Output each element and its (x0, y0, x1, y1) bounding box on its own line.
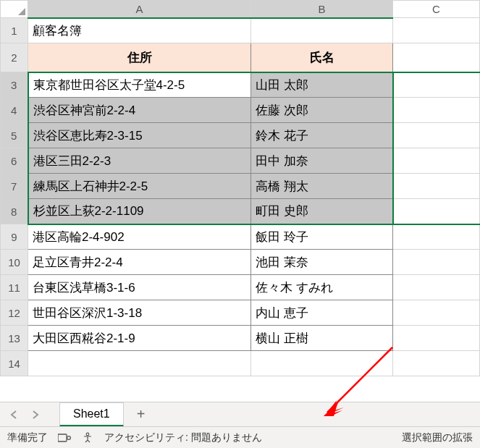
row-header-3[interactable]: 3 (1, 72, 28, 98)
cell-b3[interactable]: 山田 太郎 (251, 72, 393, 98)
row-header-14[interactable]: 14 (1, 351, 28, 376)
cell-c3[interactable] (393, 72, 480, 98)
status-bar: 準備完了 アクセシビリティ: 問題ありません 選択範囲の拡張 (0, 426, 480, 448)
svg-rect-0 (58, 434, 67, 441)
status-ready: 準備完了 (7, 431, 48, 444)
cell-c14[interactable] (393, 351, 480, 376)
accessibility-icon[interactable] (81, 431, 94, 444)
cell-a5[interactable]: 渋谷区恵比寿2-3-15 (28, 123, 251, 148)
cell-a12[interactable]: 世田谷区深沢1-3-18 (28, 300, 251, 326)
cell-c7[interactable] (393, 174, 480, 199)
cell-b6[interactable]: 田中 加奈 (251, 148, 393, 174)
cell-a9[interactable]: 港区高輪2-4-902 (28, 224, 251, 250)
row-header-5[interactable]: 5 (1, 123, 28, 148)
cell-a3[interactable]: 東京都世田谷区太子堂4-2-5 (28, 72, 251, 98)
cell-a11[interactable]: 台東区浅草橋3-1-6 (28, 275, 251, 300)
sheet-tab-active[interactable]: Sheet1 (59, 402, 124, 427)
chevron-right-icon (32, 410, 39, 419)
cell-c9[interactable] (393, 224, 480, 250)
macro-record-icon[interactable] (58, 431, 71, 444)
cell-a14[interactable] (28, 351, 251, 376)
row-header-1[interactable]: 1 (1, 18, 28, 43)
col-header-a[interactable]: A (28, 1, 251, 18)
add-sheet-button[interactable]: + (130, 406, 153, 423)
row-header-8[interactable]: 8 (1, 199, 28, 224)
status-extend-selection: 選択範囲の拡張 (402, 431, 473, 444)
col-header-b[interactable]: B (251, 1, 393, 18)
cell-b10[interactable]: 池田 茉奈 (251, 250, 393, 275)
row-header-12[interactable]: 12 (1, 300, 28, 326)
cell-a7[interactable]: 練馬区上石神井2-2-5 (28, 174, 251, 199)
cell-a6[interactable]: 港区三田2-2-3 (28, 148, 251, 174)
cell-a10[interactable]: 足立区青井2-2-4 (28, 250, 251, 275)
cell-c5[interactable] (393, 123, 480, 148)
cell-b1[interactable] (251, 18, 393, 43)
row-header-10[interactable]: 10 (1, 250, 28, 275)
row-header-4[interactable]: 4 (1, 98, 28, 123)
next-sheet-button[interactable] (28, 407, 43, 423)
cell-c11[interactable] (393, 275, 480, 300)
cell-a1[interactable]: 顧客名簿 (28, 18, 251, 43)
cell-b13[interactable]: 横山 正樹 (251, 326, 393, 351)
cell-c6[interactable] (393, 148, 480, 174)
header-address[interactable]: 住所 (28, 43, 251, 72)
row-header-13[interactable]: 13 (1, 326, 28, 351)
prev-sheet-button[interactable] (6, 407, 22, 423)
row-header-7[interactable]: 7 (1, 174, 28, 199)
cell-a13[interactable]: 大田区西糀谷2-1-9 (28, 326, 251, 351)
chevron-left-icon (10, 410, 17, 419)
spreadsheet-grid[interactable]: A B C 1 顧客名簿 2 住所 氏名 3 東京都世田谷区太子堂4-2-5 山… (0, 0, 480, 376)
cell-a4[interactable]: 渋谷区神宮前2-2-4 (28, 98, 251, 123)
cell-c13[interactable] (393, 326, 480, 351)
status-accessibility: アクセシビリティ: 問題ありません (104, 431, 262, 444)
cell-b8[interactable]: 町田 史郎 (251, 199, 393, 224)
cell-b9[interactable]: 飯田 玲子 (251, 224, 393, 250)
header-name[interactable]: 氏名 (251, 43, 393, 72)
select-all-corner[interactable] (1, 1, 28, 18)
cell-b7[interactable]: 高橋 翔太 (251, 174, 393, 199)
sheet-tab-bar: Sheet1 + (0, 402, 480, 426)
row-header-2[interactable]: 2 (1, 43, 28, 72)
row-header-9[interactable]: 9 (1, 224, 28, 250)
cell-c8[interactable] (393, 199, 480, 224)
cell-c12[interactable] (393, 300, 480, 326)
cell-b12[interactable]: 内山 恵子 (251, 300, 393, 326)
cell-b4[interactable]: 佐藤 次郎 (251, 98, 393, 123)
row-header-11[interactable]: 11 (1, 275, 28, 300)
row-header-6[interactable]: 6 (1, 148, 28, 174)
svg-point-1 (67, 436, 71, 439)
cell-b14[interactable] (251, 351, 393, 376)
cell-c10[interactable] (393, 250, 480, 275)
cell-c2[interactable] (393, 43, 480, 72)
cell-c1[interactable] (393, 18, 480, 43)
cell-b5[interactable]: 鈴木 花子 (251, 123, 393, 148)
cell-c4[interactable] (393, 98, 480, 123)
col-header-c[interactable]: C (393, 1, 480, 18)
cell-b11[interactable]: 佐々木 すみれ (251, 275, 393, 300)
cell-a8[interactable]: 杉並区上荻2-2-1109 (28, 199, 251, 224)
svg-point-2 (86, 433, 89, 436)
